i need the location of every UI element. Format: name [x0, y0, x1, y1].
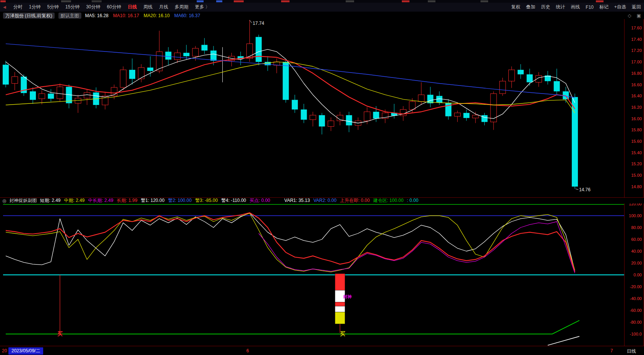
indicator-value-2: 中期: 2.49	[64, 198, 85, 203]
indicator-value-3: 中长期: 2.49	[88, 198, 113, 203]
toolbar-period-7[interactable]: 日线	[128, 4, 137, 10]
indicator-value-10: VAR1: 35.13	[284, 198, 310, 203]
svg-text:16.80: 16.80	[631, 71, 642, 76]
toolbar-action-5[interactable]: 画线	[571, 4, 580, 10]
indicator-value-7: 警3: -85.00	[195, 198, 218, 203]
svg-text:15.20: 15.20	[631, 161, 642, 166]
toolbar-period-4[interactable]: 15分钟	[65, 4, 79, 10]
indicator-values: 短期: 2.49中期: 2.49中长期: 2.49长期: 1.99警1: 120…	[40, 197, 422, 204]
toolbar-period-9[interactable]: 月线	[159, 4, 168, 10]
status-bar: 20 2023/05/09/二 日线 67	[0, 346, 644, 355]
toolbar-action-3[interactable]: 历史	[541, 4, 550, 10]
svg-text:16.20: 16.20	[631, 105, 642, 110]
main-chart-header: 万泽股份 (日线,前复权) 默认主图 MA5: 16.28MA10: 16.17…	[0, 12, 644, 19]
ma-value-1: MA5: 16.28	[85, 13, 108, 18]
svg-text:买: 买	[57, 331, 63, 337]
svg-text:17.00: 17.00	[631, 60, 642, 64]
toolbar-period-1[interactable]: 分时	[13, 4, 23, 10]
svg-text:14.76: 14.76	[579, 187, 591, 192]
menubar-fragment	[216, 0, 222, 2]
date-axis-fragment: 20	[2, 348, 7, 353]
svg-text:14.80: 14.80	[631, 184, 642, 189]
menubar-fragment	[92, 0, 102, 2]
toolbar-period-8[interactable]: 周线	[143, 4, 152, 10]
toolbar-period-5[interactable]: 30分钟	[86, 4, 100, 10]
indicator-value-14: : 0.00	[407, 198, 418, 203]
indicator-value-1: 短期: 2.49	[40, 198, 60, 203]
indicator-value-9: 买点: 0.00	[249, 198, 270, 203]
menubar-fragment	[481, 0, 488, 2]
svg-text:16.40: 16.40	[631, 94, 642, 98]
toolbar-period-2[interactable]: 1分钟	[29, 4, 41, 10]
toolbar-period-6[interactable]: 60分钟	[107, 4, 121, 10]
toolbar-action-1[interactable]: 复权	[511, 4, 520, 10]
svg-text:15.60: 15.60	[631, 139, 642, 144]
toolbar-period-10[interactable]: 多周期	[175, 4, 188, 10]
ma-value-2: MA10: 16.17	[113, 13, 139, 18]
indicator-value-12: 上升在即: 0.00	[340, 198, 370, 203]
date-tooltip: 2023/05/09/二	[8, 347, 43, 355]
toolbar-action-7[interactable]: 标记	[599, 4, 608, 10]
stock-title: 万泽股份 (日线,前复权)	[3, 13, 55, 19]
svg-text:封神: 封神	[343, 294, 352, 299]
chart-corner-icons: ◇ ▣	[628, 13, 641, 18]
toolbar-period-3[interactable]: 5分钟	[47, 4, 59, 10]
toolbar-right: 复权叠加历史统计画线F10标记+自选返回	[511, 4, 641, 10]
toolbar-left: ◀ 分时1分钟5分钟15分钟30分钟60分钟日线周线月线多周期更多 〉	[3, 4, 210, 10]
main-candlestick-chart[interactable]: 17.6017.4017.2017.0016.8016.6016.4016.20…	[0, 19, 644, 197]
svg-text:20.00: 20.00	[631, 261, 642, 265]
svg-text:100.00: 100.00	[629, 213, 642, 218]
svg-text:-20.00: -20.00	[630, 284, 642, 289]
toolbar-action-8[interactable]: +自选	[614, 4, 626, 10]
toolbar-period-11[interactable]: 更多 〉	[195, 4, 210, 10]
menubar-fragment	[346, 0, 354, 2]
toolbar-action-2[interactable]: 叠加	[526, 4, 535, 10]
menubar-fragment	[281, 0, 290, 2]
svg-text:买: 买	[340, 331, 345, 337]
svg-text:60.00: 60.00	[631, 237, 642, 242]
svg-text:16.60: 16.60	[631, 82, 642, 87]
svg-text:40.00: 40.00	[631, 249, 642, 253]
menubar-fragment	[61, 0, 71, 2]
ma-value-3: MA20: 16.10	[144, 13, 170, 18]
svg-text:-40.00: -40.00	[630, 296, 642, 301]
back-arrow-icon[interactable]: ◀	[3, 5, 6, 9]
indicator-toggle-icon[interactable]: ◎	[2, 198, 6, 203]
overlay-selector[interactable]: 默认主图	[58, 13, 81, 19]
indicator-value-4: 长期: 1.99	[117, 198, 138, 203]
ma-values: MA5: 16.28MA10: 16.17MA20: 16.10MA60: 16…	[85, 13, 205, 18]
toolbar-action-6[interactable]: F10	[586, 5, 594, 10]
menubar-fragment	[0, 0, 6, 2]
diamond-icon[interactable]: ◇	[628, 13, 631, 18]
clipped-top-menubar	[0, 0, 644, 3]
svg-text:80.00: 80.00	[631, 225, 642, 230]
menubar-fragment	[402, 0, 409, 2]
indicator-header: ◎ 封神捉妖副图 短期: 2.49中期: 2.49中长期: 2.49长期: 1.…	[0, 197, 644, 203]
svg-text:0.00: 0.00	[634, 273, 642, 277]
maximize-panel-icon[interactable]: ▣	[637, 13, 641, 18]
menubar-fragment	[596, 0, 604, 2]
svg-text:15.00: 15.00	[631, 173, 642, 178]
svg-text:15.40: 15.40	[631, 150, 642, 155]
toolbar-action-4[interactable]: 统计	[556, 4, 565, 10]
menubar-fragment	[428, 0, 435, 2]
indicator-value-5: 警1: 120.00	[141, 198, 165, 203]
month-marker-2: 7	[610, 348, 613, 353]
toolbar-action-9[interactable]: 返回	[632, 4, 641, 10]
svg-text:17.20: 17.20	[631, 48, 642, 53]
svg-text:16.00: 16.00	[631, 116, 642, 121]
svg-text:-80.00: -80.00	[630, 320, 642, 324]
indicator-value-8: 警4: -110.00	[221, 198, 246, 203]
svg-text:17.40: 17.40	[631, 37, 642, 42]
svg-text:15.80: 15.80	[631, 127, 642, 132]
indicator-name[interactable]: 封神捉妖副图	[9, 197, 37, 204]
ma-value-4: MA60: 16.37	[174, 13, 200, 18]
month-marker-1: 6	[246, 348, 249, 353]
svg-text:17.60: 17.60	[631, 26, 642, 30]
indicator-chart[interactable]: 120.00100.0080.0060.0040.0020.000.00-20.…	[0, 202, 644, 346]
svg-text:-100.0: -100.0	[630, 332, 642, 336]
svg-text:17.74: 17.74	[253, 21, 264, 26]
period-toolbar: ◀ 分时1分钟5分钟15分钟30分钟60分钟日线周线月线多周期更多 〉 复权叠加…	[0, 3, 644, 12]
period-label[interactable]: 日线	[627, 348, 636, 355]
indicator-value-6: 警2: 100.00	[168, 198, 192, 203]
